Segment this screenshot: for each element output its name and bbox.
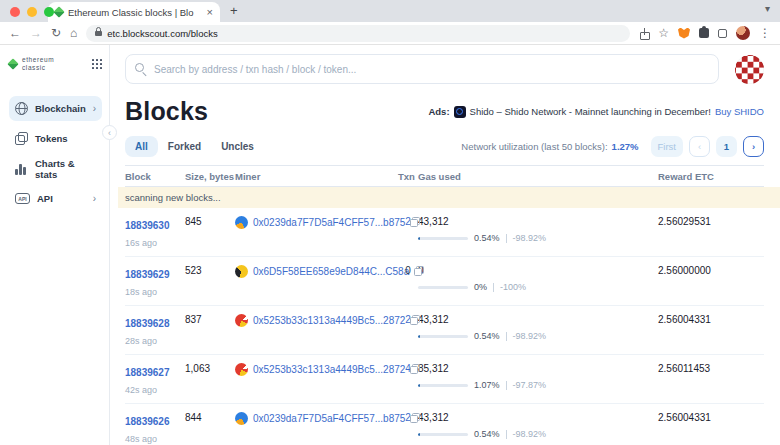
table-row: 1883962918s ago5230x6D5F58EE658e9eD844C.… (125, 257, 764, 306)
sidebar-item-charts-stats[interactable]: Charts & stats (9, 156, 102, 181)
tab-close-icon[interactable]: × (207, 7, 213, 18)
block-reward: 2.56000000 (658, 264, 764, 276)
tab-uncles[interactable]: Uncles (211, 136, 264, 157)
gas-meta: 0.54%-98.92% (418, 233, 658, 243)
back-icon[interactable]: ← (9, 27, 21, 39)
divider (493, 283, 494, 292)
forward-icon[interactable]: → (30, 27, 42, 39)
pagination-prev-button[interactable]: ‹ (689, 136, 710, 157)
column-header-block: Block (125, 171, 185, 182)
block-number-link[interactable]: 18839626 (125, 416, 170, 427)
sidebar-item-tokens[interactable]: Tokens (9, 126, 102, 151)
miner-cell: 0x5253b33c1313a4449Bc5...2872 (235, 313, 398, 327)
extensions-puzzle-icon[interactable] (699, 28, 709, 38)
block-size: 845 (185, 215, 235, 227)
bar-chart-icon (15, 163, 28, 175)
chevron-right-icon: › (93, 193, 96, 204)
block-reward: 2.56004331 (658, 411, 764, 423)
reading-list-icon[interactable] (718, 29, 727, 38)
miner-address-link[interactable]: 0x5253b33c1313a4449Bc5...2872 (253, 315, 405, 326)
buy-shido-link[interactable]: Buy SHIDO (715, 106, 764, 117)
window-controls (10, 7, 54, 17)
metamask-extension-icon[interactable] (678, 28, 690, 39)
close-window-button[interactable] (10, 7, 20, 17)
gas-used-percent: 0.54% (474, 331, 500, 341)
gas-usage-bar (418, 237, 468, 240)
url-text: etc.blockscout.com/blocks (107, 28, 217, 39)
pagination-next-button[interactable]: › (743, 136, 764, 157)
sidebar-item-blockchain[interactable]: Blockchain › (9, 96, 102, 121)
profile-identicon[interactable] (735, 55, 764, 84)
copy-icon[interactable] (410, 413, 420, 423)
globe-icon (15, 102, 28, 115)
block-number-link[interactable]: 18839629 (125, 269, 170, 280)
sidebar-item-label: Charts & stats (35, 158, 96, 180)
ad-banner: Ads: Shido – Shido Network - Mainnet lau… (428, 106, 764, 118)
browser-profile-avatar[interactable] (736, 26, 750, 40)
browser-menu-icon[interactable]: ⋮ (759, 27, 771, 39)
new-tab-button[interactable]: + (230, 1, 238, 22)
sidebar-collapse-button[interactable]: ‹ (102, 125, 117, 140)
gas-used-value: 43,312 (418, 411, 658, 423)
blocks-table: Block Size, bytes Miner Txn Gas used Rew… (125, 165, 764, 445)
home-icon[interactable]: ⌂ (70, 27, 77, 39)
miner-address-link[interactable]: 0x5253b33c1313a4449Bc5...2872 (253, 364, 405, 375)
reload-icon[interactable]: ↻ (51, 27, 61, 39)
network-utilization-value: 1.27% (612, 141, 639, 152)
network-utilization-label: Network utilization (last 50 blocks): (461, 141, 607, 152)
share-icon[interactable] (639, 28, 649, 39)
page-title: Blocks (125, 97, 208, 126)
gas-usage-bar (418, 433, 468, 436)
divider (506, 381, 507, 390)
minimize-window-button[interactable] (27, 7, 37, 17)
tokens-icon (15, 132, 28, 145)
copy-icon[interactable] (414, 266, 424, 276)
table-row: 1883963016s ago8450x0239da7F7D5aF4CFF57.… (125, 208, 764, 257)
miner-cell: 0x6D5F58EE658e9eD844C...C58a (235, 264, 398, 278)
gas-used-percent: 0% (474, 282, 487, 292)
sidebar-item-api[interactable]: API API › (9, 186, 102, 211)
copy-icon[interactable] (410, 217, 420, 227)
table-header-row: Block Size, bytes Miner Txn Gas used Rew… (125, 165, 764, 187)
etc-favicon (53, 6, 64, 17)
tab-search-caret-icon[interactable]: ▾ (765, 3, 770, 14)
gas-used-percent: 0.54% (474, 233, 500, 243)
gas-used-cell: 43,3120.54%-98.92% (418, 313, 658, 341)
miner-address-link[interactable]: 0x0239da7F7D5aF4CFF57...b875 (253, 413, 405, 424)
browser-tab-title: Ethereum Classic blocks | Blo (68, 7, 202, 18)
miner-address-link[interactable]: 0x6D5F58EE658e9eD844C...C58a (253, 266, 409, 277)
pagination-first-button[interactable]: First (651, 136, 683, 157)
gas-meta: 0.54%-98.92% (418, 331, 658, 341)
miner-cell: 0x0239da7F7D5aF4CFF57...b875 (235, 215, 398, 229)
miner-address-link[interactable]: 0x0239da7F7D5aF4CFF57...b875 (253, 217, 405, 228)
block-number-link[interactable]: 18839627 (125, 367, 170, 378)
browser-tab[interactable]: Ethereum Classic blocks | Blo × (48, 2, 220, 22)
block-number-link[interactable]: 18839630 (125, 220, 170, 231)
search-input[interactable] (125, 54, 719, 84)
ethereum-classic-logo[interactable]: ethereum classic (9, 56, 87, 72)
gas-used-cell: 43,3120.54%-98.92% (418, 215, 658, 243)
gas-used-value: 85,312 (418, 362, 658, 374)
tab-forked[interactable]: Forked (158, 136, 211, 157)
blockscout-app: ethereum classic Blockchain › Tokens Cha… (0, 45, 780, 445)
pagination-current-page: 1 (716, 136, 737, 157)
miner-cell: 0x5253b33c1313a4449Bc5...2872 (235, 362, 398, 376)
bookmark-star-icon[interactable]: ☆ (658, 27, 669, 39)
gas-target-change: -100% (500, 282, 526, 292)
gas-usage-bar (418, 384, 468, 387)
tab-all[interactable]: All (125, 136, 158, 157)
block-reward: 2.56029531 (658, 215, 764, 227)
gas-used-percent: 1.07% (474, 380, 500, 390)
sidebar-menu: Blockchain › Tokens Charts & stats API A… (9, 96, 102, 211)
apps-grid-icon[interactable] (92, 59, 103, 70)
address-bar[interactable]: etc.blockscout.com/blocks (86, 25, 630, 42)
miner-avatar (235, 265, 248, 278)
block-number-link[interactable]: 18839628 (125, 318, 170, 329)
copy-icon[interactable] (410, 315, 420, 325)
block-size: 844 (185, 411, 235, 423)
gas-meta: 0%-100% (418, 282, 658, 292)
block-cell: 1883963016s ago (125, 215, 185, 248)
copy-icon[interactable] (410, 364, 420, 374)
pagination: First ‹ 1 › (651, 136, 764, 157)
table-row: 1883962828s ago8370x5253b33c1313a4449Bc5… (125, 306, 764, 355)
